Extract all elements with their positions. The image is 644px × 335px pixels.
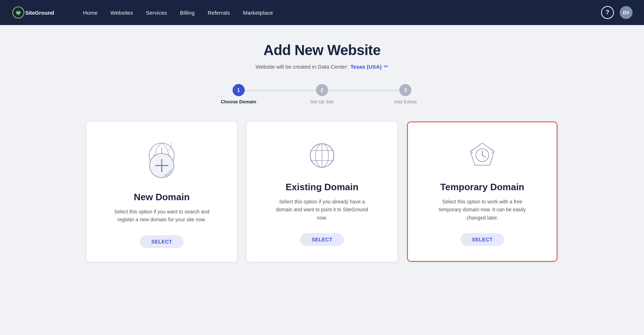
existing-domain-title: Existing Domain	[286, 182, 358, 193]
new-domain-title: New Domain	[134, 192, 190, 203]
temporary-domain-title: Temporary Domain	[440, 182, 524, 193]
navbar: SiteGround Home Websites Services Billin…	[0, 0, 644, 25]
new-domain-card[interactable]: New Domain Select this option if you wan…	[87, 122, 237, 262]
nav-websites[interactable]: Websites	[111, 10, 133, 16]
user-avatar[interactable]: DV	[620, 6, 633, 19]
nav-links: Home Websites Services Billing Referrals…	[83, 10, 587, 16]
subtitle-prefix: Website will be created in Data Center:	[255, 64, 348, 70]
nav-right: ? DV	[601, 6, 633, 19]
existing-domain-select-btn[interactable]: SELECT	[300, 233, 344, 246]
existing-domain-desc: Select this option if you already have a…	[272, 198, 372, 222]
temporary-domain-icon	[466, 139, 498, 172]
step-1: 1 Choose Domain	[197, 84, 280, 104]
new-domain-plus-icon	[146, 149, 178, 182]
temporary-domain-card[interactable]: Temporary Domain Select this option to w…	[407, 122, 557, 262]
nav-billing[interactable]: Billing	[180, 10, 195, 16]
step-1-label: Choose Domain	[221, 99, 256, 104]
main-content: Add New Website Website will be created …	[0, 25, 644, 283]
new-domain-desc: Select this option if you want to search…	[112, 208, 212, 224]
existing-domain-icon	[306, 139, 338, 172]
data-center-link[interactable]: Texas (USA)	[350, 64, 381, 70]
stepper: 1 Choose Domain 2 Set Up Site 3 Add Extr…	[197, 84, 447, 104]
nav-marketplace[interactable]: Marketplace	[243, 10, 273, 16]
svg-line-18	[482, 155, 486, 157]
site-logo[interactable]: SiteGround	[11, 5, 62, 20]
temporary-domain-select-btn[interactable]: SELECT	[460, 233, 504, 246]
step-1-circle: 1	[233, 84, 245, 96]
step-2: 2 Set Up Site	[280, 84, 364, 104]
nav-referrals[interactable]: Referrals	[208, 10, 230, 16]
nav-services[interactable]: Services	[146, 10, 167, 16]
step-2-circle: 2	[316, 84, 328, 96]
edit-icon[interactable]: ✏	[384, 63, 389, 70]
step-2-label: Set Up Site	[310, 99, 334, 104]
temporary-domain-desc: Select this option to work with a free t…	[432, 198, 532, 222]
page-title: Add New Website	[263, 42, 380, 58]
svg-text:SiteGround: SiteGround	[25, 10, 54, 16]
step-3-circle: 3	[399, 84, 411, 96]
step-3-label: Add Extras	[394, 99, 417, 104]
existing-domain-card[interactable]: Existing Domain Select this option if yo…	[247, 122, 397, 262]
step-3: 3 Add Extras	[364, 84, 447, 104]
subtitle: Website will be created in Data Center: …	[255, 63, 388, 70]
help-button[interactable]: ?	[601, 6, 614, 19]
cards-row: New Domain Select this option if you wan…	[72, 122, 572, 262]
nav-home[interactable]: Home	[83, 10, 98, 16]
new-domain-select-btn[interactable]: SELECT	[140, 235, 184, 248]
